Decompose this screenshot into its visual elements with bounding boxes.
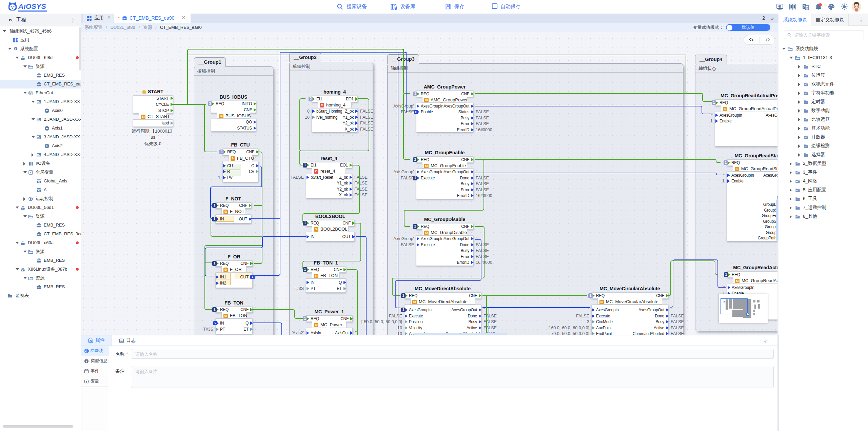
svg-text:En: En xyxy=(806,6,809,9)
svg-text:x: x xyxy=(86,380,87,383)
